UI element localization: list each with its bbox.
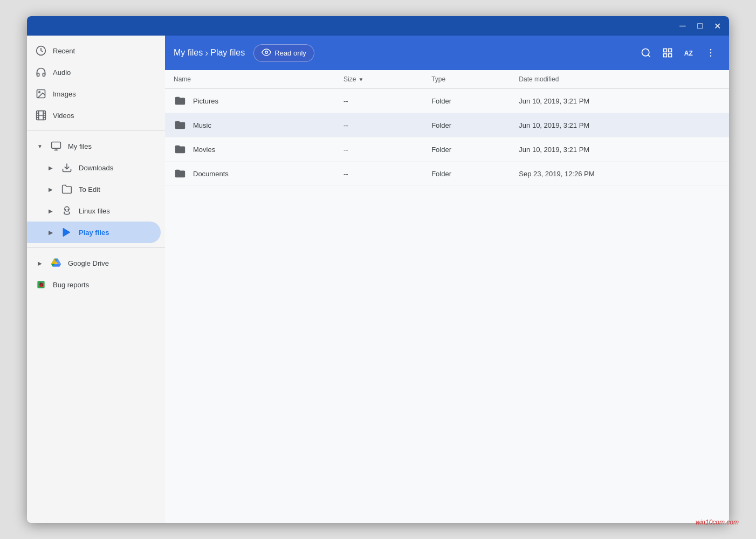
breadcrumb-current[interactable]: Play files: [210, 48, 245, 58]
table-row[interactable]: Pictures -- Folder Jun 10, 2019, 3:21 PM: [165, 89, 729, 113]
drive-icon: [51, 258, 61, 268]
sidebar-item-recent[interactable]: Recent: [27, 40, 161, 61]
playfiles-chevron-icon: ▶: [46, 228, 55, 237]
search-button[interactable]: [636, 43, 656, 63]
file-size: --: [335, 137, 423, 162]
svg-rect-23: [664, 49, 667, 52]
videos-label: Videos: [53, 112, 152, 120]
file-size: --: [335, 162, 423, 186]
window-controls: ─ □ ✕: [675, 18, 725, 33]
file-name-cell: Pictures: [165, 89, 335, 113]
downloads-label: Downloads: [79, 164, 152, 172]
sidebar-item-bugreports[interactable]: 🐞 Bug reports: [27, 274, 161, 295]
file-name: Music: [193, 121, 211, 129]
linux-icon: [61, 205, 72, 216]
file-type: Folder: [423, 113, 510, 137]
titlebar: ─ □ ✕: [27, 16, 729, 36]
file-date: Jun 10, 2019, 3:21 PM: [510, 137, 729, 162]
app-window: ─ □ ✕ Recent Audio: [27, 16, 729, 523]
svg-point-20: [265, 51, 268, 53]
sidebar-item-toedit[interactable]: ▶ To Edit: [27, 178, 161, 200]
googledrive-label: Google Drive: [68, 259, 152, 267]
file-name: Movies: [193, 146, 215, 154]
toolbar: My files › Play files Read only: [165, 36, 729, 70]
toolbar-actions: AZ: [636, 43, 720, 63]
file-date: Jun 10, 2019, 3:21 PM: [510, 89, 729, 113]
file-size: --: [335, 113, 423, 137]
file-name: Documents: [193, 170, 229, 178]
table-row[interactable]: Music -- Folder Jun 10, 2019, 3:21 PM: [165, 113, 729, 137]
sort-az-button[interactable]: AZ: [679, 43, 699, 63]
file-name-cell: Music: [165, 113, 335, 137]
file-table: Name Size ▼ Type Date modified: [165, 70, 729, 186]
playstore-icon: [61, 227, 72, 238]
bugreports-label: Bug reports: [53, 281, 152, 289]
col-date-header[interactable]: Date modified: [510, 70, 729, 89]
sidebar-item-googledrive[interactable]: ▶ Google Drive: [27, 252, 161, 274]
svg-rect-24: [669, 49, 672, 52]
linuxfiles-chevron-icon: ▶: [46, 206, 55, 215]
table-row[interactable]: Documents -- Folder Sep 23, 2019, 12:26 …: [165, 162, 729, 186]
svg-line-22: [648, 55, 650, 57]
recent-label: Recent: [53, 47, 152, 55]
read-only-badge: Read only: [253, 44, 314, 62]
linuxfiles-label: Linux files: [79, 207, 152, 215]
folder-icon: [174, 119, 187, 132]
svg-point-28: [710, 49, 712, 51]
myfiles-label: My files: [68, 142, 152, 150]
svg-point-21: [642, 49, 649, 56]
file-name-cell: Documents: [165, 162, 335, 186]
sidebar-item-linuxfiles[interactable]: ▶ Linux files: [27, 200, 161, 222]
table-header-row: Name Size ▼ Type Date modified: [165, 70, 729, 89]
download-icon: [61, 162, 72, 173]
breadcrumb-separator: ›: [205, 47, 208, 59]
sidebar-item-videos[interactable]: Videos: [27, 105, 161, 126]
col-type-header[interactable]: Type: [423, 70, 510, 89]
svg-text:🐞: 🐞: [38, 281, 45, 288]
col-name-header[interactable]: Name: [165, 70, 335, 89]
svg-text:AZ: AZ: [684, 50, 693, 57]
svg-point-30: [710, 56, 712, 57]
col-size-header[interactable]: Size ▼: [335, 70, 423, 89]
breadcrumb-root[interactable]: My files: [174, 48, 203, 58]
sidebar-item-myfiles[interactable]: ▼ My files: [27, 135, 161, 157]
file-type: Folder: [423, 89, 510, 113]
file-type: Folder: [423, 137, 510, 162]
toedit-chevron-icon: ▶: [46, 185, 55, 194]
file-name-cell: Movies: [165, 137, 335, 162]
sidebar-item-images[interactable]: Images: [27, 83, 161, 105]
minimize-button[interactable]: ─: [675, 18, 690, 33]
close-button[interactable]: ✕: [710, 18, 725, 33]
svg-rect-26: [669, 54, 672, 57]
folder-icon: [174, 94, 187, 107]
watermark: win10com.com: [696, 519, 739, 526]
sidebar-item-downloads[interactable]: ▶ Downloads: [27, 157, 161, 178]
computer-icon: [51, 141, 61, 151]
size-label: Size: [343, 75, 356, 83]
file-name: Pictures: [193, 97, 218, 105]
more-menu-button[interactable]: [701, 43, 720, 63]
image-icon: [36, 88, 46, 99]
sidebar-item-audio[interactable]: Audio: [27, 61, 161, 83]
file-list: Name Size ▼ Type Date modified: [165, 70, 729, 523]
audio-label: Audio: [53, 68, 152, 77]
file-date: Sep 23, 2019, 12:26 PM: [510, 162, 729, 186]
clock-icon: [36, 45, 46, 56]
toedit-label: To Edit: [79, 185, 152, 194]
googledrive-chevron-icon: ▶: [36, 259, 44, 267]
grid-view-button[interactable]: [658, 43, 677, 63]
bugreports-icon: 🐞: [36, 279, 46, 290]
svg-point-29: [710, 52, 712, 54]
maximize-button[interactable]: □: [692, 18, 707, 33]
svg-rect-11: [52, 142, 61, 149]
sidebar-separator-2: [27, 247, 165, 248]
svg-point-2: [39, 92, 40, 93]
sidebar-item-playfiles[interactable]: ▶ Play files: [27, 222, 161, 243]
sort-arrow-icon: ▼: [358, 77, 363, 82]
breadcrumb: My files › Play files: [174, 47, 245, 59]
images-label: Images: [53, 90, 152, 98]
myfiles-chevron-icon: ▼: [36, 142, 44, 150]
svg-point-15: [65, 207, 69, 211]
table-row[interactable]: Movies -- Folder Jun 10, 2019, 3:21 PM: [165, 137, 729, 162]
film-icon: [36, 110, 46, 121]
